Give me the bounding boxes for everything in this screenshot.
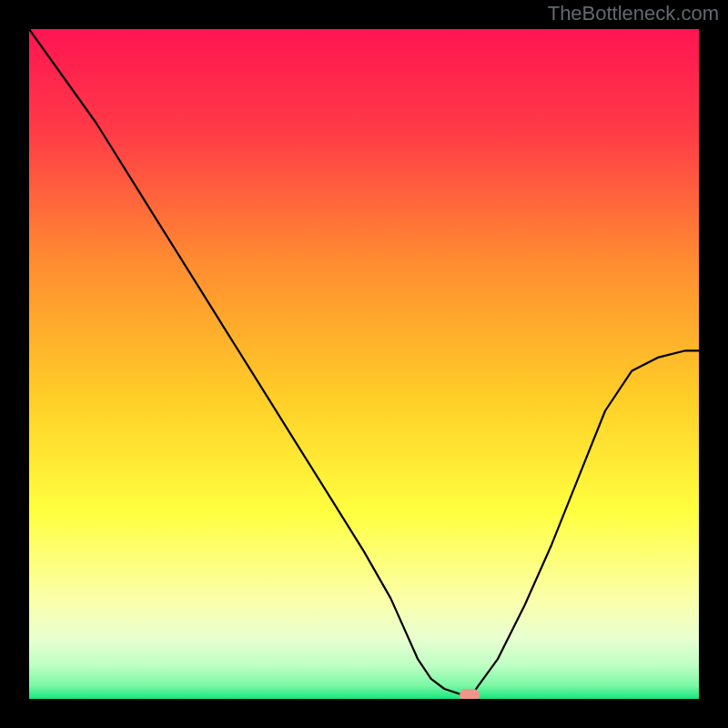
bottleneck-curve <box>29 29 699 695</box>
watermark-text: TheBottleneck.com <box>548 2 719 25</box>
chart-frame: TheBottleneck.com <box>0 0 728 728</box>
plot-area <box>29 29 699 699</box>
optimal-marker <box>460 689 480 699</box>
curve-layer <box>29 29 699 699</box>
